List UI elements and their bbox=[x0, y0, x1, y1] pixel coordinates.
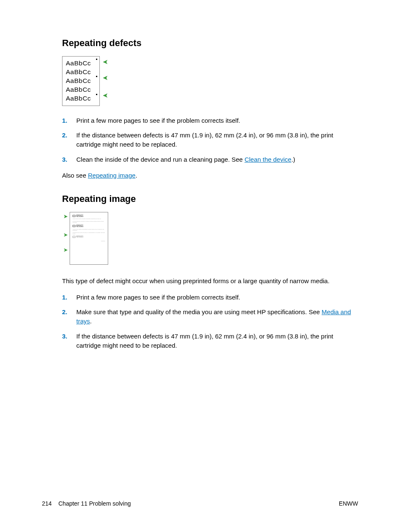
step-number: 2. bbox=[62, 131, 76, 149]
arrow-right-icon: ➤ bbox=[63, 247, 68, 253]
step-text-before: Make sure that type and quality of the m… bbox=[76, 308, 322, 315]
hp-logo-row-faded: HEWLETT PACKARD bbox=[73, 236, 105, 238]
hp-logo-row: HEWLETT PACKARD bbox=[73, 215, 105, 217]
footer-left: 214 Chapter 11 Problem solving bbox=[42, 500, 131, 507]
also-see-paragraph: Also see Repeating image. bbox=[62, 171, 358, 181]
page-number: 214 bbox=[42, 500, 52, 507]
step-item: 1. Print a few more pages to see if the … bbox=[62, 116, 358, 125]
sample-text-line: AaBbCc bbox=[66, 77, 96, 85]
arrow-right-icon: ➤ bbox=[63, 213, 68, 220]
intro-paragraph: This type of defect might occur when usi… bbox=[62, 276, 358, 286]
link-repeating-image[interactable]: Repeating image bbox=[88, 172, 135, 179]
page-footer: 214 Chapter 11 Problem solving ENWW bbox=[42, 500, 358, 507]
chapter-label: Chapter 11 Problem solving bbox=[58, 500, 131, 507]
step-number: 1. bbox=[62, 293, 76, 302]
defect-dot-icon bbox=[96, 59, 97, 60]
step-item: 1. Print a few more pages to see if the … bbox=[62, 293, 358, 302]
footer-right: ENWW bbox=[339, 500, 358, 507]
arrow-left-icon: ➤ bbox=[102, 73, 108, 83]
hp-logo-icon bbox=[73, 225, 75, 227]
sample-image-illustration: ➤ ➤ ➤ HEWLETT PACKARD Lorem ipsum dolor … bbox=[70, 212, 108, 265]
step-text-after: . bbox=[90, 318, 92, 325]
sample-text-line: AaBbCc bbox=[66, 59, 96, 68]
step-item: 3. Clean the inside of the device and ru… bbox=[62, 155, 358, 164]
step-number: 3. bbox=[62, 332, 76, 350]
sample-text-line: AaBbCc bbox=[66, 94, 96, 103]
step-item: 2. Make sure that type and quality of th… bbox=[62, 307, 358, 326]
faux-body-text: eiusmod tempor incididunt ut labore et d… bbox=[73, 221, 105, 224]
step-text: Clean the inside of the device and run a… bbox=[76, 155, 358, 164]
step-text-before: Clean the inside of the device and run a… bbox=[76, 156, 244, 163]
faux-body-text: veniam quis nostrud exercitation ullamco… bbox=[73, 229, 105, 232]
hp-logo-text: HEWLETT PACKARD bbox=[76, 236, 83, 238]
step-text: If the distance between defects is 47 mm… bbox=[76, 131, 358, 149]
step-item: 3. If the distance between defects is 47… bbox=[62, 332, 358, 350]
hp-logo-icon bbox=[73, 236, 75, 238]
faux-body-text: Lorem ipsum dolor sit amet consectetur a… bbox=[73, 218, 105, 220]
steps-list-image: 1. Print a few more pages to see if the … bbox=[62, 293, 358, 350]
faux-signoff: Sincerely bbox=[73, 240, 105, 242]
step-text: Print a few more pages to see if the pro… bbox=[76, 116, 358, 125]
hp-logo-text: HEWLETT PACKARD bbox=[76, 215, 83, 217]
step-number: 2. bbox=[62, 307, 76, 326]
heading-repeating-defects: Repeating defects bbox=[62, 38, 358, 49]
step-text: Print a few more pages to see if the pro… bbox=[76, 293, 358, 302]
arrow-left-icon: ➤ bbox=[102, 91, 108, 100]
step-number: 1. bbox=[62, 116, 76, 125]
hp-logo-text: HEWLETT PACKARD bbox=[76, 225, 83, 227]
step-text-after: .) bbox=[291, 156, 295, 163]
sample-defects-illustration: AaBbCc AaBbCc AaBbCc AaBbCc AaBbCc ➤ ➤ ➤ bbox=[62, 56, 100, 106]
step-text: Make sure that type and quality of the m… bbox=[76, 307, 358, 326]
sample-text-line: AaBbCc bbox=[66, 68, 96, 77]
link-clean-device[interactable]: Clean the device bbox=[244, 156, 291, 163]
hp-logo-row: HEWLETT PACKARD bbox=[73, 225, 105, 227]
also-see-before: Also see bbox=[62, 172, 88, 179]
steps-list-defects: 1. Print a few more pages to see if the … bbox=[62, 116, 358, 164]
also-see-after: . bbox=[135, 172, 137, 179]
hp-logo-icon bbox=[73, 215, 75, 217]
sample-text-line: AaBbCc bbox=[66, 85, 96, 94]
arrow-right-icon: ➤ bbox=[63, 232, 68, 238]
step-number: 3. bbox=[62, 155, 76, 164]
faux-body-text: consequat duis aute irure dolor in repre… bbox=[73, 232, 105, 235]
heading-repeating-image: Repeating image bbox=[62, 194, 358, 204]
step-text: If the distance between defects is 47 mm… bbox=[76, 332, 358, 350]
step-item: 2. If the distance between defects is 47… bbox=[62, 131, 358, 149]
defect-dot-icon bbox=[96, 94, 97, 95]
defect-dot-icon bbox=[96, 76, 97, 77]
arrow-left-icon: ➤ bbox=[102, 57, 108, 67]
